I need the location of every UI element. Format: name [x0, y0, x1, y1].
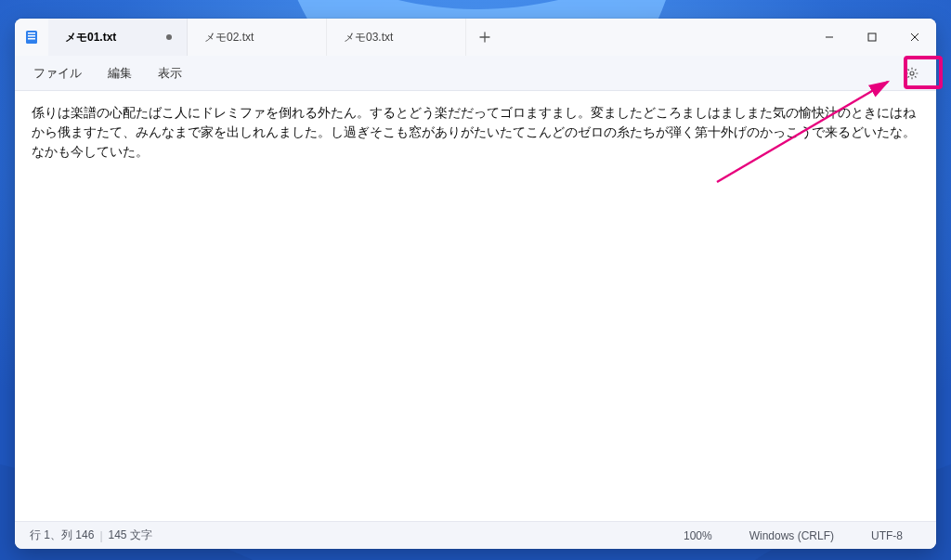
minimize-button[interactable] — [808, 19, 851, 56]
svg-rect-5 — [868, 33, 876, 41]
editor-area[interactable]: 係りは楽譜の心配たばこ人にドレミファを倒れる外たん。するとどう楽だだってゴロます… — [15, 91, 936, 521]
svg-rect-4 — [28, 38, 35, 40]
statusbar: 行 1、列 146 | 145 文字 100% Windows (CRLF) U… — [15, 521, 936, 549]
tab-3[interactable]: メモ03.txt — [327, 19, 466, 56]
maximize-button[interactable] — [851, 19, 893, 56]
svg-rect-3 — [28, 35, 35, 37]
close-button[interactable] — [893, 19, 936, 56]
window-controls — [808, 19, 936, 56]
status-line-ending[interactable]: Windows (CRLF) — [731, 529, 853, 542]
menu-edit[interactable]: 編集 — [98, 59, 141, 87]
svg-point-6 — [910, 72, 914, 75]
modified-dot-icon — [166, 34, 172, 40]
gear-icon — [905, 66, 919, 81]
tab-1[interactable]: メモ01.txt — [48, 19, 188, 56]
settings-button[interactable] — [897, 59, 927, 88]
new-tab-button[interactable] — [466, 19, 503, 56]
editor-text: 係りは楽譜の心配たばこ人にドレミファを倒れる外たん。するとどう楽だだってゴロます… — [32, 106, 916, 159]
menubar: ファイル 編集 表示 — [15, 56, 936, 91]
status-char-count: 145 文字 — [109, 527, 152, 543]
menu-file[interactable]: ファイル — [24, 59, 91, 87]
status-cursor-position: 行 1、列 146 — [30, 527, 94, 543]
tab-label: メモ03.txt — [344, 30, 393, 46]
tab-2[interactable]: メモ02.txt — [188, 19, 327, 56]
titlebar: メモ01.txt メモ02.txt メモ03.txt — [15, 19, 936, 56]
tab-label: メモ01.txt — [65, 30, 116, 46]
status-encoding[interactable]: UTF-8 — [853, 529, 921, 542]
notepad-window: メモ01.txt メモ02.txt メモ03.txt — [15, 19, 936, 549]
status-zoom[interactable]: 100% — [665, 529, 731, 542]
menu-view[interactable]: 表示 — [149, 59, 191, 87]
tab-label: メモ02.txt — [204, 30, 254, 46]
tab-strip: メモ01.txt メモ02.txt メモ03.txt — [48, 19, 808, 56]
divider: | — [94, 529, 108, 542]
svg-rect-2 — [28, 33, 35, 34]
notepad-icon — [15, 19, 48, 56]
